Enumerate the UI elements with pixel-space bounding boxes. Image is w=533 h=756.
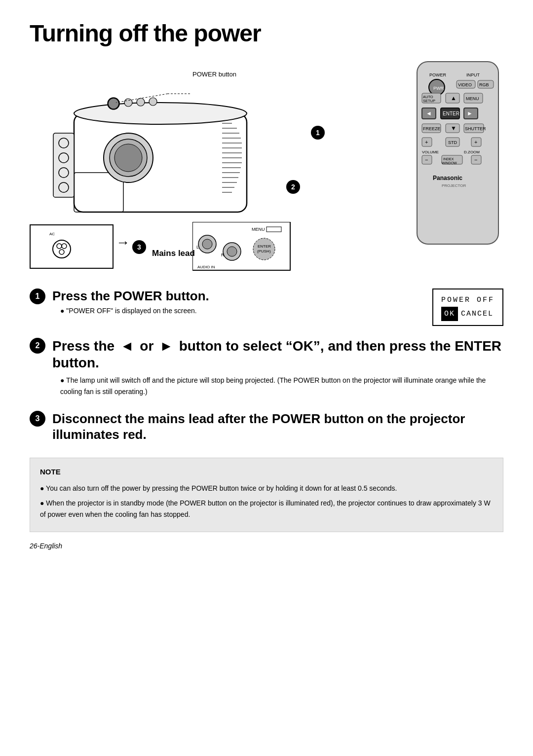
step-1-bullet: "POWER OFF" is displayed on the screen. [60,307,422,315]
note-list: You can also turn off the power by press… [40,483,493,520]
note-item-2: When the projector is in standby mode (t… [40,498,493,520]
svg-text:SHUTTER: SHUTTER [465,126,486,131]
svg-text:(PUSH): (PUSH) [257,249,271,253]
step-1-row: 1 Press the POWER button. "POWER OFF" is… [30,288,503,326]
step-1-texts: Press the POWER button. "POWER OFF" is d… [52,288,422,317]
step-2-press-the: Press the [52,338,114,354]
svg-text:SETUP: SETUP [423,99,435,103]
svg-text:ENTER: ENTER [258,244,271,249]
step-3-badge: 3 [30,411,45,427]
step-3-title: Disconnect the mains lead after the POWE… [52,411,503,443]
svg-text:INDEX: INDEX [443,157,454,161]
note-item-1: You can also turn off the power by press… [40,483,493,494]
svg-text:VOLUME: VOLUME [422,150,439,154]
svg-point-90 [227,247,237,256]
svg-text:PWR: PWR [433,86,444,91]
step-2-title: Press the ◄ or ► button to select “OK”, … [52,338,503,371]
svg-text:STD: STD [448,140,457,145]
diagram-badge-2: 2 [286,180,300,194]
power-off-cancel: CANCEL [461,307,494,321]
step-2-row: 2 Press the ◄ or ► button to select “OK”… [30,338,503,399]
step-2-rest: button to select “OK”, and then press th… [52,338,501,370]
svg-text:D.ZOOM: D.ZOOM [464,150,480,154]
step-2-badge: 2 [30,338,45,354]
svg-text:Panasonic: Panasonic [433,175,462,181]
svg-text:MENU: MENU [252,227,265,232]
step-1-content: Press the POWER button. "POWER OFF" is d… [52,288,503,326]
svg-text:▼: ▼ [451,125,457,132]
mains-lead-box: AC [30,224,114,269]
power-off-display: POWER OFF OK CANCEL [432,288,503,326]
svg-text:►: ► [467,110,473,117]
svg-text:▲: ▲ [451,95,457,102]
power-off-line1: POWER OFF [441,293,495,307]
svg-text:+: + [425,139,428,145]
svg-point-1 [74,103,247,124]
svg-text:VIDEO: VIDEO [458,82,472,87]
step-1-right: Press the POWER button. "POWER OFF" is d… [52,288,503,326]
mains-lead-label: Mains lead [152,248,195,259]
svg-text:AUDIO IN: AUDIO IN [197,265,215,269]
svg-point-26 [149,98,157,106]
left-arrow-icon: ◄ [120,338,134,354]
svg-rect-3 [53,133,74,197]
svg-point-81 [62,244,67,249]
steps-container: 1 Press the POWER button. "POWER OFF" is… [30,288,503,550]
step-1-badge: 1 [30,288,45,304]
note-box: NOTE You can also turn off the power by … [30,458,503,532]
svg-point-30 [108,98,119,109]
svg-point-25 [137,98,145,106]
svg-text:ENTER: ENTER [443,111,459,116]
diagram-section: POWER button [30,57,503,274]
power-off-line2: OK CANCEL [441,307,495,321]
page-title: Turning off the power [30,20,503,47]
right-arrow-icon: ► [159,338,173,354]
power-off-ok: OK [441,307,458,321]
step-3-content: Disconnect the mains lead after the POWE… [52,411,503,446]
svg-text:WINDOW: WINDOW [442,161,457,165]
power-button-label: POWER button [192,71,236,78]
step-2-bullets: The lamp unit will switch off and the pi… [60,375,503,397]
svg-text:PROJECTOR: PROJECTOR [442,183,466,188]
step-2-content: Press the ◄ or ► button to select “OK”, … [52,338,503,399]
svg-point-29 [114,144,142,172]
step-1-title: Press the POWER button. [52,288,422,304]
svg-text:MENU: MENU [466,96,479,101]
svg-text:−: − [474,157,477,163]
svg-rect-0 [74,113,247,212]
step-2-bullet-1: The lamp unit will switch off and the pi… [60,375,503,397]
svg-point-80 [57,244,62,249]
svg-point-87 [202,239,212,249]
svg-text:AC: AC [49,232,55,236]
note-title: NOTE [40,466,493,478]
svg-text:+: + [474,139,477,145]
diagram-badge-1: 1 [311,126,325,140]
svg-text:POWER: POWER [429,72,447,77]
svg-point-82 [59,250,64,254]
power-socket-icon: AC [47,229,96,264]
step-2-or: or [140,338,153,354]
enter-panel-illustration: MENU L R ENTER (PUSH) AUDIO IN [192,222,291,271]
step-3-row: 3 Disconnect the mains lead after the PO… [30,411,503,446]
svg-text:R: R [221,252,225,257]
svg-point-79 [53,240,71,258]
svg-point-24 [124,99,132,107]
svg-text:RGB: RGB [479,82,489,87]
svg-text:FREEZE: FREEZE [423,126,441,131]
projector-illustration [44,84,306,242]
svg-text:INPUT: INPUT [466,72,480,77]
svg-text:−: − [425,157,428,163]
svg-text:◄: ◄ [426,110,432,117]
svg-text:L: L [196,245,199,250]
diagram-badge-3: 3 [132,240,146,254]
svg-rect-85 [266,227,281,232]
page-footer: 26-English [30,542,503,550]
mains-arrow: → [116,235,130,251]
remote-control-illustration: POWER INPUT PWR VIDEO RGB AUTO SETUP ▲ M… [412,57,503,254]
diagram-container: POWER button [30,57,503,274]
